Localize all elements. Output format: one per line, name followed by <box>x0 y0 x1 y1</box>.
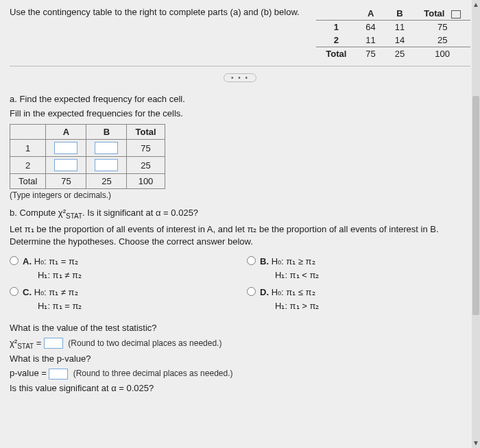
part-b-title: b. Compute χ²STAT. Is it significant at … <box>10 207 470 221</box>
radio-a[interactable] <box>10 256 19 265</box>
scroll-thumb[interactable] <box>472 96 479 315</box>
ef-input-2b[interactable] <box>95 159 118 171</box>
ct-row2-total: 25 <box>414 34 470 47</box>
ef-input-1a[interactable] <box>54 142 77 154</box>
ef-row2-total: 25 <box>127 157 165 174</box>
ct-row1-b: 11 <box>385 21 414 34</box>
option-b[interactable]: B. H₀: π₁ ≥ π₂ H₁: π₁ < π₂ <box>247 255 470 282</box>
ef-rowt-label: Total <box>10 174 46 189</box>
ct-row2-label: 2 <box>316 34 356 47</box>
scroll-up-arrow[interactable]: ▲ <box>472 0 480 10</box>
expected-frequency-table: A B Total 1 75 2 25 Total 75 25 100 <box>10 124 165 189</box>
ct-col-total: Total <box>414 7 470 21</box>
significance-question: Is this value significant at α = 0.025? <box>10 382 470 395</box>
ct-rowt-total: 100 <box>414 47 470 61</box>
hypothesis-intro: Let π₁ be the proportion of all events o… <box>10 223 470 248</box>
ef-col-a: A <box>46 125 86 140</box>
ef-row2-label: 2 <box>10 157 46 174</box>
ef-blank <box>10 125 46 140</box>
ef-rowt-total: 100 <box>127 174 165 189</box>
fullscreen-icon[interactable] <box>451 10 461 18</box>
part-a-subtitle: Fill in the expected frequencies for the… <box>10 108 470 120</box>
ef-rowt-a: 75 <box>46 174 86 189</box>
prompt-text: Use the contingency table to the right t… <box>10 7 316 17</box>
part-a-title: a. Find the expected frequency for each … <box>10 93 470 105</box>
option-a[interactable]: A. H₀: π₁ = π₂ H₁: π₁ ≠ π₂ <box>10 255 233 282</box>
ct-rowt-a: 75 <box>356 47 385 61</box>
ct-row1-label: 1 <box>316 21 356 34</box>
option-c[interactable]: C. H₀: π₁ ≠ π₂ H₁: π₁ = π₂ <box>10 286 233 312</box>
test-stat-input[interactable] <box>44 338 63 349</box>
ct-col-b: B <box>385 7 414 21</box>
ct-rowt-b: 25 <box>385 47 414 61</box>
scrollbar[interactable]: ▲ ▼ <box>472 0 480 448</box>
part-a-hint: (Type integers or decimals.) <box>10 190 470 200</box>
scroll-down-arrow[interactable]: ▼ <box>472 438 480 448</box>
ef-col-b: B <box>86 125 127 140</box>
ct-rowt-label: Total <box>316 47 356 61</box>
pvalue-line: p-value = (Round to three decimal places… <box>10 367 470 379</box>
ct-row2-a: 11 <box>356 34 385 47</box>
radio-d[interactable] <box>247 287 256 296</box>
part-b: b. Compute χ²STAT. Is it significant at … <box>10 207 470 394</box>
ct-row1-a: 64 <box>356 21 385 34</box>
ef-row1-total: 75 <box>127 140 165 157</box>
test-stat-question: What is the value of the test statistic? <box>10 322 470 334</box>
radio-c[interactable] <box>10 287 19 296</box>
ct-row1-total: 75 <box>414 21 470 34</box>
ct-blank-header <box>316 7 356 21</box>
ef-input-1b[interactable] <box>95 142 118 154</box>
ellipsis-icon: • • • <box>224 73 256 82</box>
pvalue-input[interactable] <box>49 369 68 379</box>
ef-col-total: Total <box>127 125 165 140</box>
contingency-table: A B Total 1 64 11 75 2 11 14 25 Total <box>316 7 470 60</box>
ef-row1-label: 1 <box>10 140 46 157</box>
question-header: Use the contingency table to the right t… <box>10 7 470 66</box>
ef-rowt-b: 25 <box>86 174 127 189</box>
ct-col-a: A <box>356 7 385 21</box>
part-a: a. Find the expected frequency for each … <box>10 93 470 200</box>
test-stat-line: χ²STAT = (Round to two decimal places as… <box>10 337 470 351</box>
radio-b[interactable] <box>247 256 256 265</box>
option-d[interactable]: D. H₀: π₁ ≤ π₂ H₁: π₁ > π₂ <box>247 286 470 312</box>
ellipsis-divider[interactable]: • • • <box>10 72 470 82</box>
ct-row2-b: 14 <box>385 34 414 47</box>
ef-input-2a[interactable] <box>54 159 77 171</box>
options-grid: A. H₀: π₁ = π₂ H₁: π₁ ≠ π₂ B. H₀: π₁ ≥ π… <box>10 255 470 312</box>
pvalue-question: What is the p-value? <box>10 353 470 365</box>
